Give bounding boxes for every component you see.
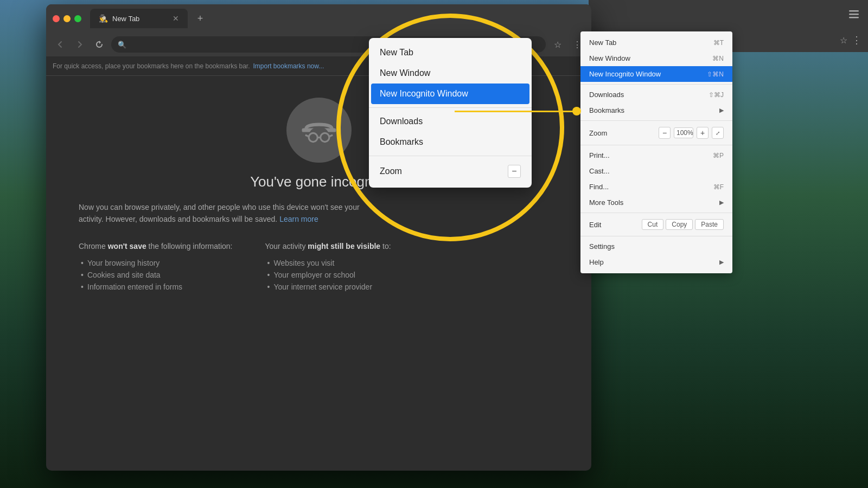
bookmarks-hint: For quick access, place your bookmarks h… (53, 62, 250, 70)
cm-new-tab[interactable]: New Tab ⌘T (580, 35, 732, 50)
list-item-browsing-history: Your browsing history (79, 257, 232, 269)
learn-more-link[interactable]: Learn more (279, 215, 318, 223)
zoom-label: Zoom (380, 166, 402, 176)
zoom-minus-button[interactable]: − (659, 127, 671, 139)
cm-bookmarks[interactable]: Bookmarks ▶ (580, 102, 732, 118)
active-tab[interactable]: 🕵️ New Tab ✕ (90, 9, 188, 28)
cm-help-label: Help (589, 258, 604, 266)
reload-button[interactable] (92, 37, 107, 52)
copy-button[interactable]: Copy (666, 219, 693, 230)
zoom-value: 100% (674, 127, 693, 138)
info-columns: Chrome won't save the following informat… (79, 242, 559, 293)
cm-new-tab-shortcut: ⌘T (713, 39, 724, 47)
cm-downloads-shortcut: ⇧⌘J (709, 91, 724, 99)
cm-divider-4 (580, 213, 732, 213)
still-visible-column: Your activity might still be visible to:… (265, 242, 391, 293)
cm-new-incognito-label: New Incognito Window (589, 70, 661, 78)
new-tab-button[interactable]: + (192, 10, 208, 27)
cm-find-label: Find... (589, 183, 609, 191)
svg-line-9 (329, 135, 332, 137)
tab-close-button[interactable]: ✕ (173, 14, 179, 23)
new-incognito-label: New Incognito Window (380, 89, 468, 99)
minimize-button[interactable] (63, 15, 71, 22)
svg-rect-2 (849, 17, 859, 18)
cm-new-window-shortcut: ⌘N (712, 55, 724, 62)
cm-bookmarks-label: Bookmarks (589, 106, 624, 114)
cm-find[interactable]: Find... ⌘F (580, 179, 732, 195)
cm-new-incognito[interactable]: New Incognito Window ⇧⌘N (580, 66, 732, 82)
cm-edit-label: Edit (589, 221, 601, 229)
downloads-label: Downloads (380, 117, 423, 126)
close-button[interactable] (53, 15, 60, 22)
list-item-cookies: Cookies and site data (79, 269, 232, 281)
cm-print-shortcut: ⌘P (713, 152, 724, 159)
search-icon: 🔍 (118, 41, 126, 49)
cm-new-window[interactable]: New Window ⌘N (580, 50, 732, 66)
wont-save-column: Chrome won't save the following informat… (79, 242, 232, 293)
cm-new-incognito-shortcut: ⇧⌘N (707, 70, 724, 78)
cm-cast-label: Cast... (589, 167, 610, 175)
tab-favicon: 🕵️ (99, 14, 108, 23)
cm-settings[interactable]: Settings (580, 239, 732, 254)
edit-buttons: Cut Copy Paste (642, 219, 724, 230)
list-item-employer: Your employer or school (265, 269, 391, 281)
tab-label: New Tab (112, 15, 139, 23)
incognito-svg (295, 106, 343, 155)
maximize-button[interactable] (74, 15, 81, 22)
cm-downloads[interactable]: Downloads ⇧⌘J (580, 87, 732, 102)
cm-more-tools-arrow: ▶ (719, 199, 724, 206)
cm-help[interactable]: Help ▶ (580, 254, 732, 270)
menu-item-downloads[interactable]: Downloads (369, 111, 532, 132)
svg-rect-1 (849, 14, 859, 15)
svg-rect-0 (849, 10, 859, 12)
new-tab-label: New Tab (380, 48, 413, 57)
cm-more-tools-label: More Tools (589, 198, 623, 207)
cm-help-arrow: ▶ (719, 259, 724, 266)
right-toolbar-icon[interactable] (846, 7, 861, 22)
cm-new-tab-label: New Tab (589, 38, 616, 47)
cm-divider-2 (580, 120, 732, 121)
zoom-minus-button[interactable]: − (508, 165, 521, 178)
list-item-forms: Information entered in forms (79, 281, 232, 293)
incognito-icon (286, 98, 352, 163)
menu-item-new-tab[interactable]: New Tab (369, 42, 532, 63)
incognito-description: Now you can browse privately, and other … (79, 201, 382, 226)
cm-downloads-label: Downloads (589, 91, 624, 99)
cm-settings-label: Settings (589, 242, 615, 251)
menu-item-new-incognito[interactable]: New Incognito Window (371, 84, 529, 104)
right-bookmark-icon[interactable]: ☆ (840, 35, 847, 46)
zoom-expand-button[interactable]: ⤢ (712, 127, 724, 139)
cm-bookmarks-arrow: ▶ (719, 107, 724, 114)
chrome-menu[interactable]: New Tab ⌘T New Window ⌘N New Incognito W… (580, 31, 732, 273)
forward-button[interactable] (72, 37, 87, 52)
menu-divider-2 (369, 156, 532, 156)
svg-line-8 (305, 135, 308, 137)
nav-right-buttons: ☆ ⋮ (550, 37, 585, 52)
main-dropdown-menu[interactable]: New Tab New Window New Incognito Window … (369, 38, 532, 188)
title-bar: 🕵️ New Tab ✕ + (46, 4, 591, 33)
right-title-bar (589, 0, 868, 28)
new-window-label: New Window (380, 68, 430, 78)
cm-find-shortcut: ⌘F (713, 183, 724, 191)
menu-item-bookmarks[interactable]: Bookmarks (369, 132, 532, 152)
cm-divider-5 (580, 236, 732, 236)
cm-more-tools[interactable]: More Tools ▶ (580, 195, 732, 210)
paste-button[interactable]: Paste (695, 219, 724, 230)
bookmark-star-icon[interactable]: ☆ (550, 37, 565, 52)
menu-divider-1 (369, 107, 532, 108)
cm-print[interactable]: Print... ⌘P (580, 147, 732, 163)
list-item-isp: Your internet service provider (265, 281, 391, 293)
zoom-controls: − 100% + ⤢ (659, 127, 724, 139)
traffic-lights (53, 15, 81, 22)
import-bookmarks-link[interactable]: Import bookmarks now... (253, 62, 324, 70)
menu-item-new-window[interactable]: New Window (369, 63, 532, 84)
right-menu-icon[interactable]: ⋮ (852, 34, 861, 46)
back-button[interactable] (53, 37, 68, 52)
cut-button[interactable]: Cut (642, 219, 664, 230)
cm-cast[interactable]: Cast... (580, 163, 732, 179)
list-item-websites: Websites you visit (265, 257, 391, 269)
cm-print-label: Print... (589, 151, 610, 159)
still-visible-heading: Your activity might still be visible to: (265, 242, 391, 251)
zoom-plus-button[interactable]: + (697, 127, 709, 139)
cm-divider-1 (580, 84, 732, 85)
